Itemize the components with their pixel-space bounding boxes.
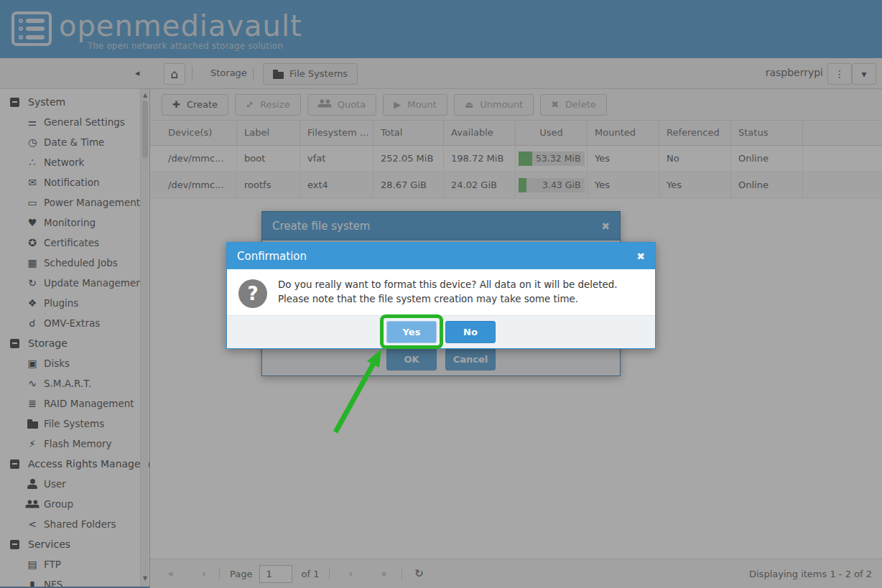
confirmation-dialog-title: Confirmation: [237, 250, 629, 263]
question-mark-icon: ?: [238, 279, 267, 308]
no-button[interactable]: No: [445, 321, 496, 343]
confirmation-dialog-body: ? Do you really want to format this devi…: [227, 269, 655, 315]
yes-button[interactable]: Yes: [386, 321, 437, 343]
confirmation-dialog-footer: Yes No: [227, 315, 655, 348]
confirmation-dialog-header[interactable]: Confirmation ✖: [227, 243, 655, 269]
confirmation-message: Do you really want to format this device…: [278, 278, 644, 307]
close-icon[interactable]: ✖: [629, 251, 645, 262]
confirmation-dialog: Confirmation ✖ ? Do you really want to f…: [226, 242, 656, 349]
omv-app: openmediavault The open network attached…: [0, 0, 882, 588]
